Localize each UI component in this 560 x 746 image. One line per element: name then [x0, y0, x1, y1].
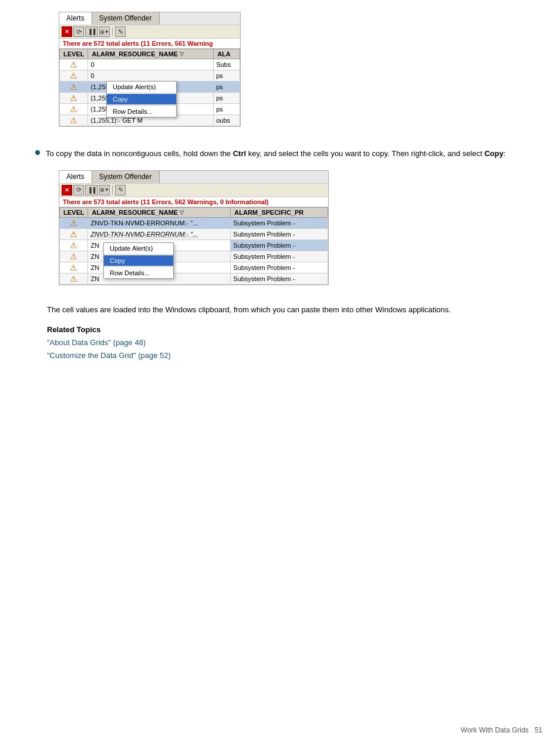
context-copy-1[interactable]: Copy — [107, 94, 176, 104]
related-link-1[interactable]: "About Data Grids" (page 48) — [47, 336, 525, 349]
col-specific-2: ALARM_SPECIFIC_PR — [231, 207, 328, 217]
refresh-button-1[interactable]: ⟳ — [73, 26, 84, 37]
add-button-2[interactable]: ⊕ ▼ — [99, 185, 110, 195]
context-update-2[interactable]: Update Alert(s) — [104, 243, 173, 254]
context-row-details-2[interactable]: Row Details... — [104, 268, 173, 278]
level-icon: ⚠ — [60, 228, 88, 239]
context-row-details-1[interactable]: Row Details... — [107, 106, 176, 117]
screenshot2-grid: LEVEL ALARM_RESOURCE_NAME ▽ ALARM_SPECIF… — [59, 207, 328, 285]
tab-system-offender-1[interactable]: System Offender — [92, 12, 160, 25]
level-icon: ⚠ — [60, 262, 88, 273]
context-sep-4 — [104, 266, 173, 267]
related-link-2[interactable]: "Customize the Data Grid" (page 52) — [47, 349, 525, 362]
pause-button-2[interactable]: ▐▐ — [85, 185, 98, 195]
clipboard-text: The cell values are loaded into the Wind… — [47, 304, 525, 316]
level-icon: ⚠ — [60, 217, 88, 228]
page-number: 51 — [535, 726, 542, 734]
context-sep-3 — [104, 254, 173, 255]
add-button-1[interactable]: ⊕ ▼ — [99, 26, 110, 37]
context-copy-2[interactable]: Copy — [104, 255, 173, 266]
level-icon: ⚠ — [60, 82, 88, 93]
screenshot1-context-menu: Update Alert(s) Copy Row Details... — [106, 81, 177, 117]
col-ala-1: ALA — [214, 49, 240, 59]
row-extra: Subsystem Problem - — [231, 217, 328, 228]
table-row: ⚠ ZN Subsystem Problem - — [60, 262, 328, 273]
row-extra: ps — [214, 93, 240, 104]
page-title-footer: Work With Data Grids — [461, 726, 529, 734]
row-extra: Subs — [214, 59, 240, 70]
edit-button-1[interactable]: ✎ — [115, 26, 126, 37]
row-name: 0 — [88, 70, 214, 82]
table-row: ⚠ ZN Subsystem Problem - — [60, 239, 328, 251]
row-extra: ps — [214, 70, 240, 82]
level-icon: ⚠ — [60, 104, 88, 115]
screenshot2-grid-wrapper: LEVEL ALARM_RESOURCE_NAME ▽ ALARM_SPECIF… — [59, 207, 328, 285]
context-sep-1 — [107, 93, 176, 93]
bullet-section-1: To copy the data in noncontiguous cells,… — [35, 148, 525, 160]
bullet-dot-1 — [35, 150, 40, 155]
context-update-1[interactable]: Update Alert(s) — [107, 82, 176, 92]
bullet-text-1: To copy the data in noncontiguous cells,… — [46, 148, 525, 160]
col-level-1: LEVEL — [60, 49, 88, 59]
row-extra: Subsystem Problem - — [231, 239, 328, 251]
context-menu-2: Update Alert(s) Copy Row Details... — [103, 242, 174, 279]
row-extra: Subsystem Problem - — [231, 262, 328, 273]
stop-button-2[interactable]: ✕ — [62, 185, 72, 195]
screenshot-2: Alerts System Offender ✕ ⟳ ▐▐ ⊕ ▼ ✎ Ther… — [59, 170, 329, 285]
tab-alerts-1[interactable]: Alerts — [59, 12, 92, 25]
screenshot2-context-menu: Update Alert(s) Copy Row Details... — [103, 242, 174, 279]
toolbar-sep-1 — [112, 27, 113, 36]
level-icon: ⚠ — [60, 93, 88, 104]
col-name-1: ALARM_RESOURCE_NAME ▽ — [88, 49, 214, 59]
row-name: 0 — [88, 59, 214, 70]
table-row: ⚠ 0 Subs — [60, 59, 240, 70]
context-menu-1: Update Alert(s) Copy Row Details... — [106, 81, 177, 117]
pause-button-1[interactable]: ▐▐ — [85, 26, 98, 37]
level-icon: ⚠ — [60, 59, 88, 70]
table-row: ⚠ ZNVD-TKN-NVMD-ERRORNUM:- "... Subsyste… — [60, 217, 328, 228]
table-row: ⚠ ZN Subsystem Problem - — [60, 251, 328, 262]
page-footer: Work With Data Grids 51 — [461, 726, 542, 734]
level-icon: ⚠ — [60, 239, 88, 251]
level-icon: ⚠ — [60, 115, 88, 126]
row-name: ZNVD-TKN-NVMD-ERRORNUM:- "... — [88, 217, 231, 228]
screenshot1-titlebar: Alerts System Offender — [59, 12, 240, 25]
screenshot1-status: There are 572 total alerts (11 Errors, 5… — [59, 39, 240, 49]
row-extra: Subsystem Problem - — [231, 273, 328, 284]
row-name: ZNVD-TKN-NVMD-ERRORNUM:- "... — [88, 228, 231, 239]
row-extra: Subsystem Problem - — [231, 228, 328, 239]
table-row: ⚠ ZNVD-TKN-NVMD-ERRORNUM:- "... Subsyste… — [60, 228, 328, 239]
level-icon: ⚠ — [60, 273, 88, 284]
screenshot2-titlebar: Alerts System Offender — [59, 171, 328, 184]
screenshot2-status: There are 573 total alerts (11 Errors, 5… — [59, 197, 328, 207]
level-icon: ⚠ — [60, 70, 88, 82]
bold-ctrl: Ctrl — [233, 149, 246, 158]
table-row: ⚠ 0 ps — [60, 70, 240, 82]
row-extra: ps — [214, 104, 240, 115]
table-row: ⚠ ZN Subsystem Problem - — [60, 273, 328, 284]
edit-button-2[interactable]: ✎ — [115, 185, 126, 195]
col-level-2: LEVEL — [60, 207, 88, 217]
context-sep-2 — [107, 105, 176, 106]
row-extra: Subsystem Problem - — [231, 251, 328, 262]
tab-system-offender-2[interactable]: System Offender — [92, 171, 160, 183]
tab-alerts-2[interactable]: Alerts — [59, 171, 92, 183]
stop-button-1[interactable]: ✕ — [62, 26, 72, 37]
refresh-button-2[interactable]: ⟳ — [73, 185, 84, 195]
row-extra: ps — [214, 82, 240, 93]
level-icon: ⚠ — [60, 251, 88, 262]
col-name-2: ALARM_RESOURCE_NAME ▽ — [88, 207, 231, 217]
screenshot1-grid-wrapper: LEVEL ALARM_RESOURCE_NAME ▽ ALA ⚠ 0 Subs… — [59, 49, 240, 126]
related-topics-title: Related Topics — [47, 325, 525, 334]
bold-copy: Copy — [484, 149, 504, 158]
row-extra: oubs — [214, 115, 240, 126]
related-topics-section: Related Topics "About Data Grids" (page … — [47, 325, 525, 362]
screenshot-1: Alerts System Offender ✕ ⟳ ▐▐ ⊕ ▼ ✎ Ther… — [59, 12, 241, 127]
screenshot1-toolbar: ✕ ⟳ ▐▐ ⊕ ▼ ✎ — [59, 25, 240, 39]
screenshot2-toolbar: ✕ ⟳ ▐▐ ⊕ ▼ ✎ — [59, 184, 328, 197]
toolbar-sep-2 — [112, 185, 113, 195]
